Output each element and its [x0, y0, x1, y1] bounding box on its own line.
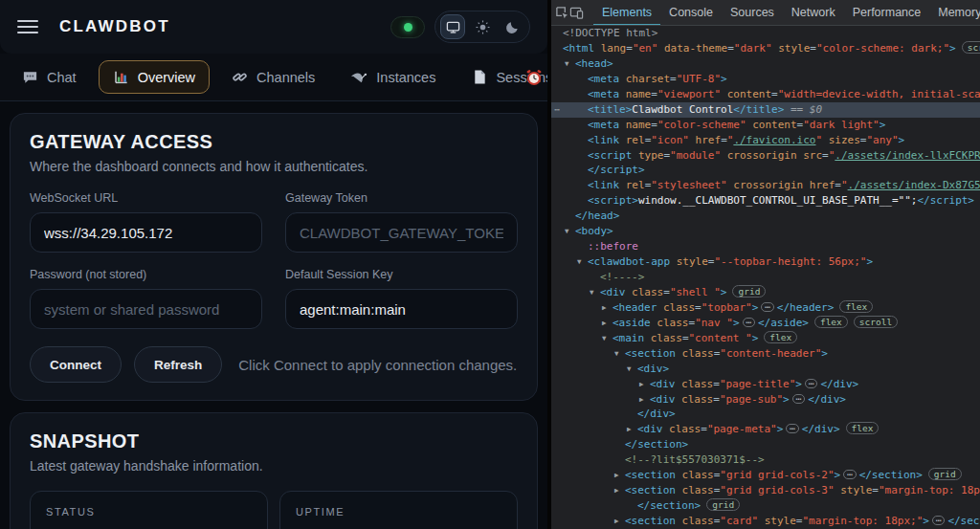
adorner-badge-grid[interactable]: grid	[732, 285, 766, 298]
dom-tree-line[interactable]: <meta charset="UTF-8">	[551, 72, 980, 87]
adorner-badge-flex[interactable]: flex	[764, 331, 797, 343]
disclosure-closed-icon[interactable]: ▶	[639, 392, 650, 408]
dom-tree-line[interactable]: ▶<div class="page-title">⋯</div>	[551, 377, 980, 392]
syntax-token-attr: class	[676, 515, 714, 527]
alarm-clock-icon[interactable]	[524, 68, 544, 91]
disclosure-open-icon[interactable]: ▼	[602, 331, 612, 346]
status-stat-box: STATUS Connected	[30, 491, 268, 529]
dom-tree-line[interactable]: ▼<body>	[551, 224, 980, 239]
disclosure-closed-icon[interactable]: ▶	[614, 483, 625, 498]
theme-dark-button[interactable]	[500, 14, 524, 39]
dom-tree-line[interactable]: <link rel="stylesheet" crossorigin href=…	[551, 178, 980, 193]
tab-sources[interactable]: Sources	[722, 0, 783, 26]
disclosure-closed-icon[interactable]: ▶	[602, 316, 612, 331]
syntax-token-tag: <meta	[588, 73, 619, 85]
tab-console[interactable]: Console	[660, 0, 722, 26]
theme-system-button[interactable]	[440, 14, 465, 39]
dom-tree-line[interactable]: ▶<section class="grid grid-cols-3" style…	[551, 483, 980, 498]
dom-tree-line[interactable]: ▼<main class="content ">flex	[551, 331, 980, 346]
dom-tree-line[interactable]: ▼<head>	[551, 56, 980, 72]
disclosure-open-icon[interactable]: ▼	[590, 285, 600, 300]
nav-item-chat[interactable]: Chat	[8, 60, 91, 94]
disclosure-closed-icon[interactable]: ▶	[627, 422, 637, 437]
websocket-url-input[interactable]	[30, 212, 262, 253]
disclosure-open-icon[interactable]: ▼	[627, 362, 637, 377]
syntax-token-tag: <script>	[588, 194, 638, 207]
adorner-badge-grid[interactable]: grid	[928, 468, 962, 480]
nav-item-channels[interactable]: Channels	[217, 60, 329, 94]
adorner-badge-flex[interactable]: flex	[814, 316, 848, 328]
dom-tree-line[interactable]: ▶<aside class="nav ">⋯</aside>flexscroll	[551, 316, 980, 331]
dom-tree-line[interactable]: <script>window.__CLAWDBOT_CONTROL_UI_BAS…	[551, 193, 980, 209]
dom-tree-line[interactable]: ▶<section class="card" style="margin-top…	[551, 514, 980, 529]
syntax-token-pun: =	[771, 88, 778, 100]
session-key-input[interactable]	[285, 289, 518, 329]
inline-expand-button[interactable]: ⋯	[805, 379, 817, 388]
disclosure-closed-icon[interactable]: ▶	[614, 468, 625, 483]
nav-item-overview[interactable]: Overview	[99, 60, 210, 94]
dom-tree-line[interactable]: ▶<header class="topbar">⋯</header>flex	[551, 300, 980, 316]
adorner-badge-scroll[interactable]: scroll	[962, 41, 980, 54]
syntax-token-pun: =	[727, 42, 734, 55]
dom-tree-line[interactable]: </section>grid	[551, 498, 980, 514]
dom-tree-line[interactable]: <script type="module" crossorigin src=".…	[551, 148, 980, 164]
adorner-badge-flex[interactable]: flex	[846, 422, 880, 434]
inline-expand-button[interactable]: ⋯	[743, 318, 755, 327]
dom-tree-line[interactable]: ▶<section class="grid grid-cols-2">⋯</se…	[551, 468, 980, 483]
tab-performance[interactable]: Performance	[844, 0, 930, 26]
inline-expand-button[interactable]: ⋯	[761, 302, 773, 312]
disclosure-open-icon[interactable]: ▼	[577, 254, 588, 270]
device-toolbar-icon[interactable]	[569, 1, 584, 24]
menu-icon[interactable]	[17, 20, 38, 33]
syntax-token-tag: </div>	[820, 378, 858, 390]
more-actions-dots-icon[interactable]: ⋯	[554, 102, 561, 118]
inline-expand-button[interactable]: ⋯	[792, 394, 805, 404]
dom-tree-line[interactable]: <!DOCTYPE html>	[551, 26, 980, 41]
inline-expand-button[interactable]: ⋯	[786, 424, 798, 433]
syntax-token-val: "dark light"	[803, 119, 879, 131]
dom-tree-line[interactable]: </head>	[551, 209, 980, 224]
disclosure-open-icon[interactable]: ▼	[614, 346, 625, 362]
nav-item-instances[interactable]: Instances	[337, 60, 450, 94]
tab-elements[interactable]: Elements	[593, 0, 660, 26]
adorner-badge-flex[interactable]: flex	[839, 300, 873, 313]
dom-tree-line[interactable]: ▶<div class="page-sub">⋯</div>	[551, 392, 980, 408]
dom-tree-line[interactable]: ▶<div class="page-meta">⋯</div>flex	[551, 422, 980, 437]
inline-expand-button[interactable]: ⋯	[843, 470, 856, 479]
inline-expand-button[interactable]: ⋯	[932, 516, 945, 525]
dom-tree-line[interactable]: ▼<section class="content-header">	[551, 346, 980, 362]
syntax-token-val: "dark"	[734, 42, 772, 55]
disclosure-open-icon[interactable]: ▼	[565, 224, 575, 239]
syntax-token-tag: >	[821, 347, 828, 360]
dom-tree-line[interactable]: ▼<div>	[551, 362, 980, 377]
theme-light-button[interactable]	[470, 14, 495, 39]
dom-tree-line[interactable]: <link rel="icon" href="./favicon.ico" si…	[551, 133, 980, 148]
theme-switcher	[434, 11, 530, 43]
connect-button[interactable]: Connect	[30, 346, 122, 383]
dom-tree-line[interactable]: <meta name="color-scheme" content="dark …	[551, 118, 980, 133]
disclosure-open-icon[interactable]: ▼	[565, 56, 575, 72]
dom-tree-line[interactable]: </div>	[551, 407, 980, 422]
dom-tree-line[interactable]: </section>	[551, 437, 980, 452]
adorner-badge-grid[interactable]: grid	[706, 498, 740, 511]
gateway-token-input[interactable]	[285, 212, 518, 253]
tab-memory[interactable]: Memory	[929, 0, 980, 26]
refresh-button[interactable]: Refresh	[134, 346, 222, 383]
dom-tree-line[interactable]: ::before	[551, 239, 980, 254]
dom-tree-line[interactable]: <meta name="viewport" content="width=dev…	[551, 87, 980, 102]
dom-tree-line[interactable]: <html lang="en" data-theme="dark" style=…	[551, 41, 980, 56]
password-input[interactable]	[30, 289, 262, 329]
dom-tree-line[interactable]: </script>	[551, 163, 980, 178]
tab-network[interactable]: Network	[783, 0, 844, 26]
dom-tree-line[interactable]: ▼<clawdbot-app style="--topbar-height: 5…	[551, 254, 980, 270]
inspect-icon[interactable]	[555, 1, 569, 24]
dom-tree-line[interactable]: ▼<div class="shell ">grid	[551, 285, 980, 300]
adorner-badge-scroll[interactable]: scroll	[854, 316, 898, 328]
dom-tree-line[interactable]: ⋯<title>Clawdbot Control</title> == $0	[551, 102, 980, 118]
syntax-token-tag: >	[923, 515, 929, 527]
disclosure-closed-icon[interactable]: ▶	[639, 377, 650, 392]
dom-tree-line[interactable]: <!--?lit$557030371$-->	[551, 452, 980, 468]
dom-tree-line[interactable]: <!---->	[551, 270, 980, 285]
disclosure-closed-icon[interactable]: ▶	[602, 300, 612, 316]
disclosure-closed-icon[interactable]: ▶	[614, 514, 625, 529]
